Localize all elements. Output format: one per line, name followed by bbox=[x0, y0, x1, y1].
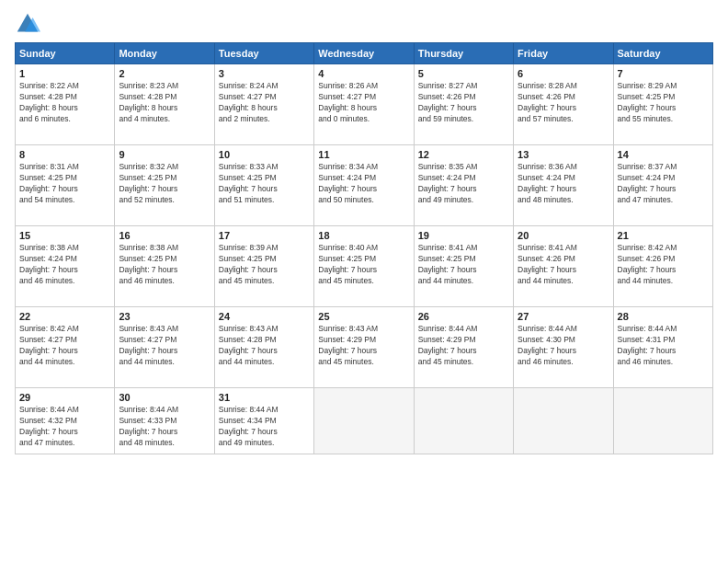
day-info: Sunrise: 8:43 AMSunset: 4:27 PMDaylight:… bbox=[119, 324, 210, 368]
header-day-monday: Monday bbox=[115, 43, 214, 64]
day-info: Sunrise: 8:44 AMSunset: 4:32 PMDaylight:… bbox=[19, 405, 110, 449]
day-info: Sunrise: 8:42 AMSunset: 4:26 PMDaylight:… bbox=[618, 243, 709, 287]
day-cell: 8Sunrise: 8:31 AMSunset: 4:25 PMDaylight… bbox=[16, 145, 115, 226]
day-cell: 2Sunrise: 8:23 AMSunset: 4:28 PMDaylight… bbox=[115, 64, 214, 145]
day-cell: 30Sunrise: 8:44 AMSunset: 4:33 PMDayligh… bbox=[115, 388, 214, 454]
day-number: 26 bbox=[418, 311, 509, 322]
day-info: Sunrise: 8:35 AMSunset: 4:24 PMDaylight:… bbox=[418, 162, 509, 206]
day-cell bbox=[314, 388, 414, 454]
day-info: Sunrise: 8:34 AMSunset: 4:24 PMDaylight:… bbox=[318, 162, 409, 206]
day-info: Sunrise: 8:42 AMSunset: 4:27 PMDaylight:… bbox=[19, 324, 110, 368]
day-cell: 9Sunrise: 8:32 AMSunset: 4:25 PMDaylight… bbox=[115, 145, 214, 226]
day-cell: 6Sunrise: 8:28 AMSunset: 4:26 PMDaylight… bbox=[514, 64, 613, 145]
day-info: Sunrise: 8:36 AMSunset: 4:24 PMDaylight:… bbox=[518, 162, 609, 206]
day-number: 13 bbox=[518, 149, 609, 160]
day-cell: 1Sunrise: 8:22 AMSunset: 4:28 PMDaylight… bbox=[16, 64, 115, 145]
day-cell: 14Sunrise: 8:37 AMSunset: 4:24 PMDayligh… bbox=[613, 145, 712, 226]
day-info: Sunrise: 8:31 AMSunset: 4:25 PMDaylight:… bbox=[19, 162, 110, 206]
day-info: Sunrise: 8:43 AMSunset: 4:29 PMDaylight:… bbox=[318, 324, 409, 368]
day-info: Sunrise: 8:38 AMSunset: 4:24 PMDaylight:… bbox=[19, 243, 110, 287]
logo-icon bbox=[15, 11, 40, 37]
day-cell: 25Sunrise: 8:43 AMSunset: 4:29 PMDayligh… bbox=[314, 307, 414, 388]
day-info: Sunrise: 8:28 AMSunset: 4:26 PMDaylight:… bbox=[518, 81, 609, 125]
header-row: SundayMondayTuesdayWednesdayThursdayFrid… bbox=[16, 43, 713, 64]
day-cell: 3Sunrise: 8:24 AMSunset: 4:27 PMDaylight… bbox=[214, 64, 313, 145]
day-number: 15 bbox=[19, 230, 110, 241]
day-number: 31 bbox=[219, 392, 310, 403]
day-info: Sunrise: 8:44 AMSunset: 4:29 PMDaylight:… bbox=[418, 324, 509, 368]
header-day-sunday: Sunday bbox=[16, 43, 115, 64]
day-number: 23 bbox=[119, 311, 210, 322]
day-info: Sunrise: 8:24 AMSunset: 4:27 PMDaylight:… bbox=[219, 81, 310, 125]
day-number: 3 bbox=[219, 68, 310, 79]
day-cell: 28Sunrise: 8:44 AMSunset: 4:31 PMDayligh… bbox=[613, 307, 712, 388]
day-number: 9 bbox=[119, 149, 210, 160]
week-row-5: 29Sunrise: 8:44 AMSunset: 4:32 PMDayligh… bbox=[16, 388, 713, 454]
day-cell: 26Sunrise: 8:44 AMSunset: 4:29 PMDayligh… bbox=[414, 307, 513, 388]
day-cell: 12Sunrise: 8:35 AMSunset: 4:24 PMDayligh… bbox=[414, 145, 513, 226]
day-number: 24 bbox=[219, 311, 310, 322]
header-day-wednesday: Wednesday bbox=[314, 43, 414, 64]
day-cell: 21Sunrise: 8:42 AMSunset: 4:26 PMDayligh… bbox=[613, 226, 712, 307]
day-cell: 17Sunrise: 8:39 AMSunset: 4:25 PMDayligh… bbox=[214, 226, 313, 307]
day-number: 17 bbox=[219, 230, 310, 241]
day-number: 30 bbox=[119, 392, 210, 403]
day-cell: 11Sunrise: 8:34 AMSunset: 4:24 PMDayligh… bbox=[314, 145, 414, 226]
day-number: 16 bbox=[119, 230, 210, 241]
page: SundayMondayTuesdayWednesdayThursdayFrid… bbox=[0, 0, 728, 563]
day-info: Sunrise: 8:39 AMSunset: 4:25 PMDaylight:… bbox=[219, 243, 310, 287]
day-cell: 16Sunrise: 8:38 AMSunset: 4:25 PMDayligh… bbox=[115, 226, 214, 307]
day-number: 18 bbox=[318, 230, 409, 241]
day-cell bbox=[414, 388, 513, 454]
day-number: 25 bbox=[318, 311, 409, 322]
day-number: 4 bbox=[318, 68, 409, 79]
calendar-table: SundayMondayTuesdayWednesdayThursdayFrid… bbox=[15, 42, 713, 454]
week-row-3: 15Sunrise: 8:38 AMSunset: 4:24 PMDayligh… bbox=[16, 226, 713, 307]
day-info: Sunrise: 8:26 AMSunset: 4:27 PMDaylight:… bbox=[318, 81, 409, 125]
day-info: Sunrise: 8:33 AMSunset: 4:25 PMDaylight:… bbox=[219, 162, 310, 206]
day-number: 27 bbox=[518, 311, 609, 322]
day-cell: 24Sunrise: 8:43 AMSunset: 4:28 PMDayligh… bbox=[214, 307, 313, 388]
day-cell: 10Sunrise: 8:33 AMSunset: 4:25 PMDayligh… bbox=[214, 145, 313, 226]
header-day-tuesday: Tuesday bbox=[214, 43, 313, 64]
day-info: Sunrise: 8:32 AMSunset: 4:25 PMDaylight:… bbox=[119, 162, 210, 206]
day-cell: 4Sunrise: 8:26 AMSunset: 4:27 PMDaylight… bbox=[314, 64, 414, 145]
day-number: 14 bbox=[618, 149, 709, 160]
day-info: Sunrise: 8:44 AMSunset: 4:30 PMDaylight:… bbox=[518, 324, 609, 368]
logo bbox=[15, 11, 44, 37]
day-info: Sunrise: 8:41 AMSunset: 4:26 PMDaylight:… bbox=[518, 243, 609, 287]
day-info: Sunrise: 8:44 AMSunset: 4:31 PMDaylight:… bbox=[618, 324, 709, 368]
day-cell: 15Sunrise: 8:38 AMSunset: 4:24 PMDayligh… bbox=[16, 226, 115, 307]
week-row-4: 22Sunrise: 8:42 AMSunset: 4:27 PMDayligh… bbox=[16, 307, 713, 388]
day-cell: 20Sunrise: 8:41 AMSunset: 4:26 PMDayligh… bbox=[514, 226, 613, 307]
day-number: 8 bbox=[19, 149, 110, 160]
day-cell: 13Sunrise: 8:36 AMSunset: 4:24 PMDayligh… bbox=[514, 145, 613, 226]
day-number: 22 bbox=[19, 311, 110, 322]
day-cell: 5Sunrise: 8:27 AMSunset: 4:26 PMDaylight… bbox=[414, 64, 513, 145]
day-number: 19 bbox=[418, 230, 509, 241]
day-cell: 18Sunrise: 8:40 AMSunset: 4:25 PMDayligh… bbox=[314, 226, 414, 307]
day-cell: 31Sunrise: 8:44 AMSunset: 4:34 PMDayligh… bbox=[214, 388, 313, 454]
header-day-thursday: Thursday bbox=[414, 43, 513, 64]
day-cell bbox=[514, 388, 613, 454]
week-row-1: 1Sunrise: 8:22 AMSunset: 4:28 PMDaylight… bbox=[16, 64, 713, 145]
week-row-2: 8Sunrise: 8:31 AMSunset: 4:25 PMDaylight… bbox=[16, 145, 713, 226]
day-number: 28 bbox=[618, 311, 709, 322]
day-info: Sunrise: 8:29 AMSunset: 4:25 PMDaylight:… bbox=[618, 81, 709, 125]
day-cell: 27Sunrise: 8:44 AMSunset: 4:30 PMDayligh… bbox=[514, 307, 613, 388]
day-number: 5 bbox=[418, 68, 509, 79]
day-cell: 7Sunrise: 8:29 AMSunset: 4:25 PMDaylight… bbox=[613, 64, 712, 145]
day-info: Sunrise: 8:43 AMSunset: 4:28 PMDaylight:… bbox=[219, 324, 310, 368]
day-info: Sunrise: 8:38 AMSunset: 4:25 PMDaylight:… bbox=[119, 243, 210, 287]
day-number: 1 bbox=[19, 68, 110, 79]
day-cell: 22Sunrise: 8:42 AMSunset: 4:27 PMDayligh… bbox=[16, 307, 115, 388]
day-number: 12 bbox=[418, 149, 509, 160]
header bbox=[15, 11, 713, 37]
day-cell: 23Sunrise: 8:43 AMSunset: 4:27 PMDayligh… bbox=[115, 307, 214, 388]
header-day-friday: Friday bbox=[514, 43, 613, 64]
header-day-saturday: Saturday bbox=[613, 43, 712, 64]
day-cell bbox=[613, 388, 712, 454]
day-info: Sunrise: 8:27 AMSunset: 4:26 PMDaylight:… bbox=[418, 81, 509, 125]
day-number: 11 bbox=[318, 149, 409, 160]
day-number: 29 bbox=[19, 392, 110, 403]
